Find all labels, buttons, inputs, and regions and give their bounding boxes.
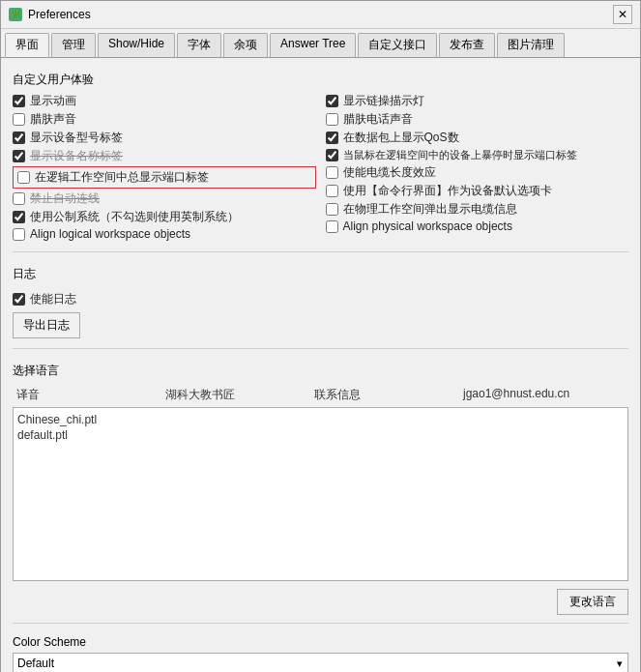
tab-showhide[interactable]: Show/Hide (98, 33, 175, 57)
window-title: Preferences (28, 8, 91, 21)
tab-interface[interactable]: 界面 (5, 33, 49, 57)
col2: 显示链操描示灯 腊肤电话声音 在数据包上显示QoS数 当鼠标在逻辑空间中的设备上… (326, 92, 629, 242)
cb-cable-info-label: 在物理工作空间弹出显示电缆信息 (343, 201, 517, 218)
cb-device-name-label: 显示设备名称标签 (30, 148, 123, 164)
log-label: 日志 (13, 266, 628, 282)
title-bar: 🌿 Preferences ✕ (1, 1, 640, 29)
checkboxes-grid: 显示动画 腊肤声音 显示设备型号标签 显示设备名称标签 (13, 92, 628, 242)
cb-animation-input[interactable] (13, 95, 25, 107)
tab-font[interactable]: 字体 (177, 33, 221, 57)
cb-hover-port: 当鼠标在逻辑空间中的设备上暴停时显示端口标签 (326, 147, 629, 163)
cb-device-name: 显示设备名称标签 (13, 147, 316, 165)
lang-table-header: 译音 湖科大教书匠 联系信息 jgao1@hnust.edu.cn (13, 387, 628, 403)
lang-col-4: jgao1@hnust.edu.cn (463, 387, 625, 403)
language-table-body[interactable]: Chinese_chi.ptl default.ptl (13, 407, 628, 581)
cb-animation: 显示动画 (13, 92, 316, 110)
cb-enable-log-input[interactable] (13, 293, 25, 306)
cb-qos-input[interactable] (326, 131, 338, 144)
cb-metric-system-label: 使用公制系统（不勾选则使用英制系统） (30, 209, 239, 225)
content-area: 自定义用户体验 显示动画 腊肤声音 显示设备型号标签 (1, 58, 640, 672)
cb-cli-tab-input[interactable] (326, 185, 338, 197)
cb-cable-length-input[interactable] (326, 166, 338, 179)
cb-skin-sound-label: 腊肤声音 (30, 111, 76, 128)
col1: 显示动画 腊肤声音 显示设备型号标签 显示设备名称标签 (13, 92, 316, 242)
tab-answer-tree[interactable]: Answer Tree (270, 33, 356, 57)
cb-animation-label: 显示动画 (30, 93, 76, 109)
cb-align-physical-input[interactable] (326, 220, 338, 233)
cb-align-logical: Align logical workspace objects (13, 226, 316, 242)
cb-disable-auto-wire-label: 禁止自动连线 (30, 190, 100, 207)
language-label: 选择语言 (13, 363, 628, 379)
cb-qos: 在数据包上显示QoS数 (326, 129, 629, 147)
cb-link-light-input[interactable] (326, 95, 338, 107)
cb-device-model-input[interactable] (13, 131, 25, 144)
divider-1 (13, 251, 628, 252)
cb-cable-info-input[interactable] (326, 203, 338, 216)
cb-cable-length: 使能电缆长度效应 (326, 163, 629, 182)
color-scheme-select-wrapper: Default Dark Light (13, 653, 628, 672)
cb-cli-tab-label: 使用【命令行界面】作为设备默认选项卡 (343, 183, 552, 199)
cb-align-logical-input[interactable] (13, 228, 25, 241)
tab-publish[interactable]: 发布查 (439, 33, 495, 57)
cb-show-port-label-input[interactable] (17, 171, 30, 184)
tab-manage[interactable]: 管理 (51, 33, 96, 57)
language-section: 选择语言 译音 湖科大教书匠 联系信息 jgao1@hnust.edu.cn C… (13, 359, 628, 615)
color-scheme-label: Color Scheme (13, 635, 628, 649)
user-experience-label: 自定义用户体验 (13, 72, 628, 88)
cb-enable-log: 使能日志 (13, 290, 628, 308)
cb-link-light-label: 显示链操描示灯 (343, 93, 424, 109)
cb-phone-sound-label: 腊肤电话声音 (343, 111, 413, 128)
cb-align-physical: Align physical workspace objects (326, 219, 629, 234)
change-lang-row: 更改语言 (13, 589, 628, 615)
cb-show-port-label-text: 在逻辑工作空间中总显示端口标签 (35, 169, 209, 186)
cb-align-logical-label: Align logical workspace objects (30, 227, 190, 241)
cb-skin-sound: 腊肤声音 (13, 110, 316, 129)
cb-hover-port-label: 当鼠标在逻辑空间中的设备上暴停时显示端口标签 (343, 148, 577, 162)
cb-link-light: 显示链操描示灯 (326, 92, 629, 110)
tab-custom-interface[interactable]: 自定义接口 (358, 33, 437, 57)
cb-device-model: 显示设备型号标签 (13, 129, 316, 147)
close-button[interactable]: ✕ (613, 5, 632, 24)
preferences-window: 🌿 Preferences ✕ 界面 管理 Show/Hide 字体 余项 An… (0, 0, 641, 672)
log-section: 日志 使能日志 导出日志 (13, 262, 628, 338)
cb-disable-auto-wire: 禁止自动连线 (13, 190, 316, 208)
change-language-button[interactable]: 更改语言 (557, 589, 628, 615)
lang-col-2: 湖科大教书匠 (165, 387, 310, 403)
cb-cable-info: 在物理工作空间弹出显示电缆信息 (326, 200, 629, 219)
lang-col-3: 联系信息 (314, 387, 459, 403)
lang-item-default[interactable]: default.ptl (17, 427, 624, 443)
cb-cli-tab: 使用【命令行界面】作为设备默认选项卡 (326, 182, 629, 200)
tab-image-cleanup[interactable]: 图片清理 (497, 33, 565, 57)
cb-hover-port-input[interactable] (326, 149, 338, 161)
cb-disable-auto-wire-input[interactable] (13, 192, 25, 205)
lang-col-1: 译音 (16, 387, 161, 403)
cb-phone-sound-input[interactable] (326, 113, 338, 126)
export-log-button[interactable]: 导出日志 (13, 312, 80, 338)
cb-cable-length-label: 使能电缆长度效应 (343, 164, 436, 181)
user-experience-section: 自定义用户体验 显示动画 腊肤声音 显示设备型号标签 (13, 68, 628, 242)
color-scheme-section: Color Scheme Default Dark Light (13, 623, 628, 672)
color-scheme-select[interactable]: Default Dark Light (13, 653, 628, 672)
cb-device-name-input[interactable] (13, 150, 25, 162)
title-bar-left: 🌿 Preferences (9, 8, 91, 21)
app-icon: 🌿 (9, 8, 22, 21)
tab-misc[interactable]: 余项 (223, 33, 268, 57)
cb-show-port-label: 在逻辑工作空间中总显示端口标签 (13, 166, 316, 189)
lang-item-chinese[interactable]: Chinese_chi.ptl (17, 412, 624, 427)
divider-2 (13, 348, 628, 349)
cb-qos-label: 在数据包上显示QoS数 (343, 130, 459, 146)
cb-phone-sound: 腊肤电话声音 (326, 110, 629, 129)
cb-skin-sound-input[interactable] (13, 113, 25, 126)
cb-metric-system: 使用公制系统（不勾选则使用英制系统） (13, 208, 316, 226)
cb-align-physical-label: Align physical workspace objects (343, 219, 512, 233)
cb-device-model-label: 显示设备型号标签 (30, 130, 123, 146)
tab-bar: 界面 管理 Show/Hide 字体 余项 Answer Tree 自定义接口 … (1, 29, 640, 58)
cb-enable-log-label: 使能日志 (30, 291, 76, 307)
cb-metric-system-input[interactable] (13, 211, 25, 223)
